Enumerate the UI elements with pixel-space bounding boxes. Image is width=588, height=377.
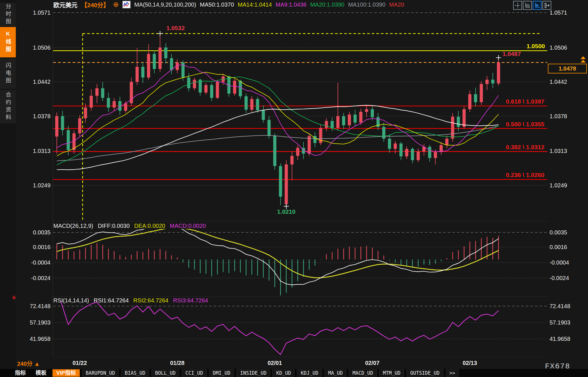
candle-body — [388, 139, 391, 149]
chart-canvas[interactable]: 1.05711.05711.05061.05061.04421.04421.03… — [0, 0, 588, 377]
candle-body — [239, 81, 242, 96]
candle-body — [147, 54, 150, 77]
tab-MTM_UD[interactable]: MTM_UD — [379, 369, 404, 377]
macd-axis-label-right: 0.0035 — [550, 229, 567, 236]
rsi2-value: RSI2:64.7264 — [133, 297, 168, 304]
rsi-axis-label-right: 41.9658 — [550, 336, 570, 342]
ma50-line — [57, 105, 499, 170]
price-axis-label-left: 1.0378 — [33, 113, 50, 119]
candle-body — [371, 109, 374, 117]
candle-body — [84, 108, 87, 118]
macd-title: MACD(26,12,9) — [53, 223, 93, 229]
ma14-line — [57, 72, 499, 156]
tab-MA_UD[interactable]: MA_UD — [324, 369, 346, 377]
tab-KD_UD[interactable]: KD_UD — [272, 369, 295, 377]
candle-body — [159, 48, 162, 69]
candle-body — [279, 166, 282, 197]
tab-BOLL_UD[interactable]: BOLL_UD — [151, 369, 180, 377]
footer-period-selector[interactable]: 240分 ▲ — [17, 359, 40, 368]
macd-header: MACD(26,12,9) DIFF:0.0030 DEA:0.0020 MAC… — [53, 223, 206, 229]
price-axis-label-right: 1.0249 — [550, 182, 567, 188]
price-up-arrow-icon — [581, 56, 586, 59]
diff-line — [57, 224, 499, 285]
macd-axis-label-left: 0.0016 — [33, 244, 50, 250]
footer-period-label: 240分 — [17, 361, 32, 367]
fx-chart-app: 分时图 K线图 闪电图 合约资料 欧元美元 【240分】 ⊕ MA(50,14,… — [0, 0, 588, 377]
candle-body — [480, 84, 483, 102]
high-price-label: 1.0532 — [166, 25, 185, 31]
candle-body — [256, 99, 259, 110]
price-axis-label-left: 1.0571 — [33, 9, 50, 16]
last-high-price-label: 1.0487 — [503, 50, 521, 57]
tab-指标[interactable]: 指标 — [11, 369, 30, 377]
candle-body — [365, 109, 368, 112]
macd-axis-label-right: -0.0004 — [550, 259, 569, 266]
price-axis-label-right: 1.0442 — [550, 79, 567, 85]
candle-body — [468, 94, 472, 109]
tab-MACD_UD[interactable]: MACD_UD — [349, 369, 377, 377]
candle-body — [101, 88, 104, 98]
candle-body — [382, 127, 385, 139]
rsi-axis-label-left: 57.1903 — [30, 319, 50, 326]
footer-period-marker-icon: ▲ — [34, 361, 40, 367]
candle-body — [463, 109, 466, 127]
candle-body — [400, 143, 403, 156]
tab->>[interactable]: >> — [446, 369, 459, 377]
low-price-label: 1.0210 — [277, 208, 295, 215]
rsi-axis-label-right: 72.4148 — [550, 303, 570, 309]
tab-OUTSIDE_UD[interactable]: OUTSIDE_UD — [406, 369, 443, 377]
candle-body — [124, 103, 127, 111]
tab-VIP指标[interactable]: VIP指标 — [52, 369, 80, 377]
candle-body — [428, 147, 431, 158]
candle-body — [153, 54, 156, 69]
tab-INSIDE_UD[interactable]: INSIDE_UD — [236, 369, 270, 377]
candle-body — [268, 120, 271, 136]
candle-body — [193, 80, 196, 88]
price-axis-label-right: 1.0506 — [550, 44, 567, 51]
macd-axis-label-left: 0.0035 — [33, 229, 50, 236]
candle-body — [291, 156, 294, 164]
date-axis-label: 02/01 — [268, 360, 282, 366]
alert-icon[interactable]: ✳ — [11, 294, 17, 301]
date-axis-label: 01/28 — [170, 360, 184, 366]
price-axis-label-left: 1.0313 — [33, 148, 50, 154]
tab-模板[interactable]: 模板 — [32, 369, 50, 377]
date-axis-label: 02/13 — [463, 360, 477, 366]
tab-BARUPDN_UD[interactable]: BARUPDN_UD — [82, 369, 119, 377]
indicator-tabbar: 指标模板VIP指标BARUPDN_UDBIAS_UDBOLL_UDCCI_UDD… — [0, 369, 588, 377]
candle-body — [250, 99, 254, 110]
fib-label: 0.618 \ 1.0397 — [506, 98, 544, 105]
candle-body — [216, 82, 219, 98]
rsi-axis-label-right: 57.1903 — [550, 319, 570, 326]
candle-body — [434, 152, 437, 158]
candle-body — [67, 130, 70, 150]
tab-DMI_UD[interactable]: DMI_UD — [209, 369, 234, 377]
tab-BIAS_UD[interactable]: BIAS_UD — [121, 369, 149, 377]
price-up-arrow-icon — [581, 60, 586, 63]
candle-body — [411, 149, 414, 160]
rsi-axis-label-left: 72.4148 — [30, 303, 50, 309]
price-axis-label-right: 1.0378 — [550, 113, 567, 119]
macd-axis-label-left: -0.0024 — [31, 275, 50, 281]
fib-label: 0.236 \ 1.0260 — [506, 172, 544, 178]
rsi1-value: RSI1:64.7264 — [94, 297, 129, 304]
tab-CCI_UD[interactable]: CCI_UD — [182, 369, 207, 377]
price-axis-label-left: 1.0506 — [33, 44, 50, 51]
resistance-label: 1.0500 — [527, 43, 545, 49]
candle-body — [233, 81, 236, 94]
rsi-title: RSI(14,14,14) — [53, 297, 89, 304]
candle-body — [113, 101, 116, 107]
macd-macd-value: MACD:0.0020 — [170, 223, 206, 229]
current-price-badge: 1.0478 — [548, 64, 587, 73]
candle-body — [285, 164, 288, 204]
candle-body — [78, 118, 81, 133]
tab-KDJ_UD[interactable]: KDJ_UD — [297, 369, 322, 377]
candle-body — [141, 67, 145, 77]
candle-body — [336, 116, 340, 128]
date-axis-label: 01/22 — [73, 360, 87, 366]
price-axis-label-right: 1.0313 — [550, 148, 567, 154]
macd-dea-value: DEA:0.0020 — [134, 223, 165, 229]
ma100-line — [57, 126, 499, 161]
candle-body — [210, 85, 213, 98]
macd-axis-label-right: -0.0024 — [550, 275, 569, 281]
